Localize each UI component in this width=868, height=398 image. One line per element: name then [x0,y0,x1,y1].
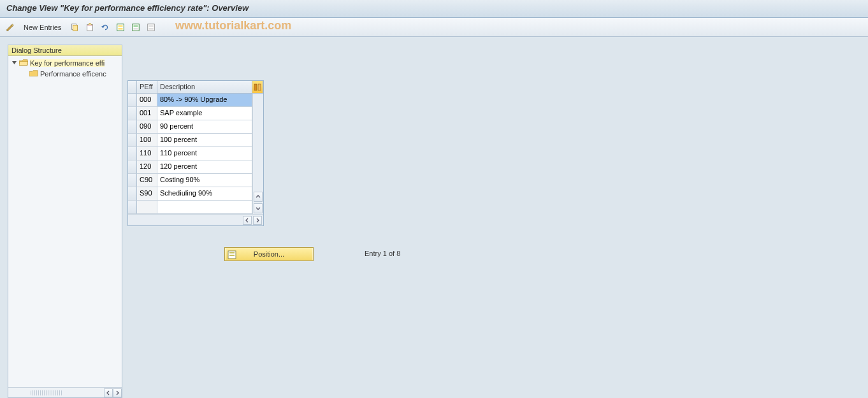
sidebar-scroll-right-icon[interactable] [113,388,122,397]
sidebar-scroll-footer [8,387,122,397]
svg-rect-10 [149,25,154,27]
cell-peff[interactable]: 090 [137,120,157,134]
table-row[interactable]: 09090 percent [128,120,252,134]
svg-rect-5 [119,27,123,29]
cell-peff[interactable]: 001 [137,107,157,120]
row-selector[interactable] [128,147,137,160]
entry-status-label: Entry 1 of 8 [365,250,400,257]
cell-peff[interactable]: 000 [137,94,157,107]
delete-icon[interactable] [83,21,96,34]
svg-rect-16 [229,255,235,256]
svg-rect-11 [149,27,154,29]
folder-closed-icon [29,70,38,78]
cell-description[interactable]: 90 percent [157,120,252,134]
table-vertical-scrollbar[interactable] [252,94,263,214]
folder-open-icon [19,59,28,67]
table-row[interactable] [128,201,252,214]
efficiency-rate-table: PEff Description 00080% -> 90% Upgrade00… [127,80,264,226]
cell-peff[interactable] [137,201,157,214]
row-selector[interactable] [128,201,137,214]
table-row[interactable]: S90Schediuling 90% [128,187,252,201]
cell-peff[interactable]: C90 [137,174,157,187]
cell-description[interactable]: 100 percent [157,134,252,147]
row-selector[interactable] [128,94,137,107]
table-select-all-header[interactable] [128,81,137,93]
watermark: www.tutorialkart.com [175,19,291,32]
cell-description[interactable]: 80% -> 90% Upgrade [157,94,252,107]
row-selector[interactable] [128,120,137,134]
page-title: Change View "Key for performance efficie… [6,3,249,13]
table-header-row: PEff Description [128,81,263,94]
application-toolbar: New Entries www.tutorialkart.com [0,18,868,37]
svg-rect-4 [119,25,123,27]
scroll-up-icon[interactable] [254,192,263,202]
svg-rect-8 [134,27,138,29]
cell-peff[interactable]: S90 [137,187,157,201]
new-entries-button[interactable]: New Entries [19,22,66,33]
tree-collapse-icon[interactable] [11,59,18,66]
svg-rect-6 [133,24,140,31]
table-horizontal-scrollbar [128,214,263,225]
title-bar: Change View "Key for performance efficie… [0,0,868,18]
row-selector[interactable] [128,107,137,120]
svg-rect-15 [229,252,235,253]
cell-description[interactable] [157,201,252,214]
tree-node[interactable]: •Performance efficenc [8,68,122,79]
main-area: PEff Description 00080% -> 90% Upgrade00… [122,45,868,398]
row-selector[interactable] [128,160,137,174]
dialog-structure-header: Dialog Structure [8,45,122,56]
svg-rect-13 [258,84,261,90]
column-header-description[interactable]: Description [157,81,252,93]
cell-description[interactable]: 120 percent [157,160,252,174]
table-scroll-left-icon[interactable] [243,216,252,225]
row-selector[interactable] [128,174,137,187]
position-icon [227,250,237,260]
table-row[interactable]: 110110 percent [128,147,252,160]
tree-node[interactable]: Key for performance effi [8,57,122,68]
position-button[interactable]: Position... [224,247,314,261]
cell-description[interactable]: Schediuling 90% [157,187,252,201]
dialog-structure-panel: Dialog Structure Key for performance eff… [8,45,122,398]
cell-description[interactable]: SAP example [157,107,252,120]
tree-node-label: Performance efficenc [40,70,106,78]
svg-rect-12 [254,84,257,90]
row-selector[interactable] [128,134,137,147]
position-button-label: Position... [254,250,284,258]
select-block-icon[interactable] [129,21,142,34]
svg-rect-9 [148,24,155,31]
scroll-track[interactable] [253,105,263,191]
table-body: 00080% -> 90% Upgrade001SAP example09090… [128,94,252,214]
undo-change-icon[interactable] [99,21,112,34]
svg-rect-7 [134,25,138,27]
table-row[interactable]: 00080% -> 90% Upgrade [128,94,252,107]
table-row[interactable]: 120120 percent [128,160,252,174]
deselect-all-icon[interactable] [145,21,157,34]
svg-rect-1 [73,25,78,31]
table-row[interactable]: 001SAP example [128,107,252,120]
column-header-peff[interactable]: PEff [137,81,157,93]
svg-rect-3 [117,24,124,31]
row-selector[interactable] [128,187,137,201]
dialog-structure-tree: Key for performance effi•Performance eff… [8,56,122,387]
cell-description[interactable]: 110 percent [157,147,252,160]
copy-as-icon[interactable] [68,21,81,34]
tree-node-label: Key for performance effi [30,59,105,67]
sidebar-scroll-left-icon[interactable] [104,388,113,397]
table-scroll-right-icon[interactable] [253,216,262,225]
cell-peff[interactable]: 120 [137,160,157,174]
cell-peff[interactable]: 110 [137,147,157,160]
table-row[interactable]: 100100 percent [128,134,252,147]
select-all-icon[interactable] [114,21,127,34]
scroll-down-icon[interactable] [254,203,263,213]
sidebar-resize-handle[interactable] [31,390,62,395]
table-row[interactable]: C90Costing 90% [128,174,252,187]
cell-peff[interactable]: 100 [137,134,157,147]
content-area: Dialog Structure Key for performance eff… [0,37,868,398]
toggle-display-change-icon[interactable] [4,21,17,34]
table-configure-icon[interactable] [252,81,263,93]
cell-description[interactable]: Costing 90% [157,174,252,187]
